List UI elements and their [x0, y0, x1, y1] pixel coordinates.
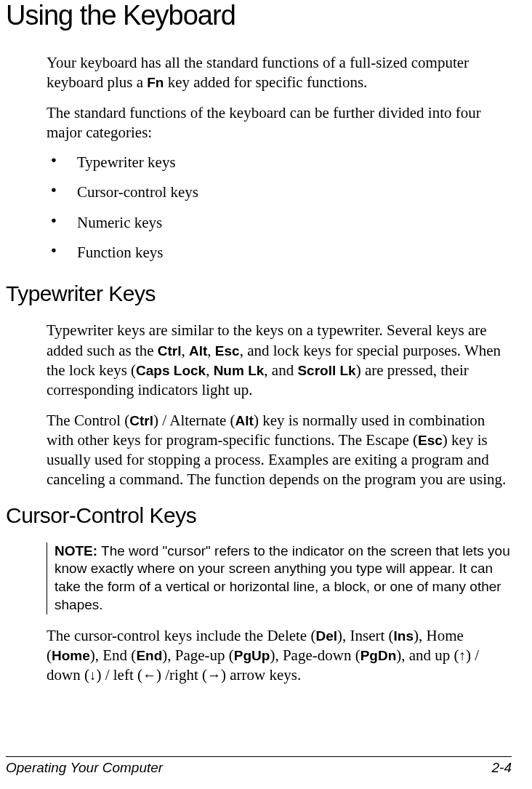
key-ctrl: Ctrl [158, 343, 182, 359]
key-fn: Fn [147, 75, 164, 90]
note-label: NOTE: [55, 543, 97, 558]
text: key added for specific functions. [164, 73, 367, 91]
text: ) / left ( [96, 666, 142, 684]
footer-left: Operating Your Computer [6, 760, 163, 776]
typewriter-paragraph-1: Typewriter keys are similar to the keys … [47, 321, 512, 400]
key-del: Del [315, 628, 337, 644]
text: , [182, 342, 190, 359]
text: ), End ( [90, 646, 137, 664]
key-alt: Alt [235, 413, 254, 428]
intro-paragraph-1: Your keyboard has all the standard funct… [47, 53, 512, 93]
text: , [206, 361, 214, 379]
arrow-left-icon: ← [142, 668, 156, 683]
key-scrolllk: Scroll Lk [297, 363, 355, 378]
page-footer: Operating Your Computer 2-4 [6, 756, 512, 776]
text: , [207, 342, 215, 359]
intro-paragraph-2: The standard functions of the keyboard c… [47, 103, 512, 143]
text: The cursor-control keys include the Dele… [47, 627, 315, 644]
list-item: Function keys [47, 243, 512, 263]
key-pgup: PgUp [234, 648, 270, 663]
text: ) arrow keys. [221, 666, 301, 684]
key-esc: Esc [418, 433, 443, 448]
page-title: Using the Keyboard [6, 0, 512, 31]
list-item: Cursor-control keys [47, 183, 512, 202]
key-home: Home [52, 648, 90, 663]
key-numlk: Num Lk [214, 363, 265, 378]
text: , and [264, 361, 297, 379]
text: ), and up ( [396, 646, 459, 664]
key-ins: Ins [394, 628, 414, 644]
cursor-paragraph-1: The cursor-control keys include the Dele… [47, 626, 512, 686]
text: ), Page-up ( [162, 646, 234, 664]
key-alt: Alt [189, 343, 207, 359]
list-item: Numeric keys [47, 213, 512, 233]
text: ) /right ( [156, 666, 207, 684]
text: ), Page-down ( [270, 646, 360, 664]
key-esc: Esc [215, 343, 240, 359]
arrow-down-icon: ↓ [89, 668, 97, 683]
section-heading-cursor: Cursor-Control Keys [6, 503, 512, 528]
footer-page-number: 2-4 [492, 760, 512, 776]
text: The Control ( [47, 412, 129, 429]
text: The word "cursor" refers to the indicato… [55, 543, 510, 612]
list-item: Typewriter keys [47, 153, 512, 172]
arrow-right-icon: → [207, 668, 221, 683]
key-end: End [136, 648, 162, 663]
key-pgdn: PgDn [360, 648, 397, 663]
text: ) / Alternate ( [153, 412, 235, 429]
category-list: Typewriter keys Cursor-control keys Nume… [47, 153, 512, 263]
note-box: NOTE: The word "cursor" refers to the in… [47, 542, 512, 614]
typewriter-paragraph-2: The Control (Ctrl) / Alternate (Alt) key… [47, 411, 512, 490]
key-ctrl: Ctrl [129, 413, 153, 428]
note-text: NOTE: The word "cursor" refers to the in… [55, 542, 512, 614]
text: ), Insert ( [337, 627, 394, 644]
section-heading-typewriter: Typewriter Keys [6, 281, 512, 306]
arrow-up-icon: ↑ [459, 648, 467, 663]
key-capslock: Caps Lock [136, 363, 206, 378]
